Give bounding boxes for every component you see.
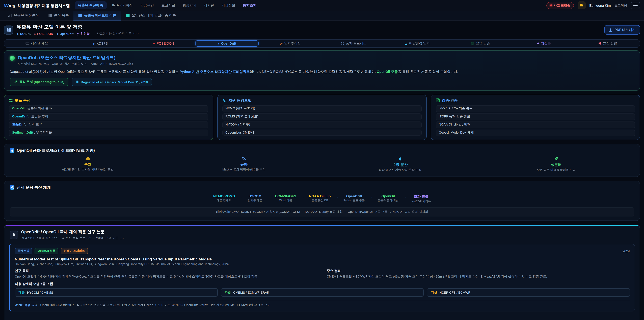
topbar-right: 사고 진행중 Eunjeong Kim 로그아웃 — [546, 1, 640, 10]
opendrift-title: OpenDrift (오픈소스 라그랑지안 확산 프레임워크) — [18, 55, 133, 61]
pipeline-node: NEMO/ROMS해류 강제력 — [213, 194, 235, 202]
topbar: W ing 해양환경 위기대응 통합시스템 유출유 확산예측 HNS·대기확산 … — [0, 0, 644, 11]
pipeline-flow: NEMO/ROMS해류 강제력 → HYCOM전지구 해류 → ECMWF/GF… — [10, 194, 634, 203]
card-title: 모듈 구성 — [15, 98, 30, 103]
document-icon — [76, 80, 79, 84]
opendrift-overview-card: OpenDrift (오픈소스 라그랑지안 확산 프레임워크) 노르웨이 MET… — [4, 50, 640, 91]
paper-title: Numerical Model Test of Spilled Oil Tran… — [15, 257, 630, 261]
opendrift-status-dot-icon — [10, 56, 15, 61]
hamburger-menu-button[interactable] — [631, 2, 640, 9]
page-subtitle: 라그랑지안 입자추적 이론 기반 — [97, 32, 138, 36]
ocean-model-item: ROMS (지역 고해상도) — [222, 113, 422, 120]
section-tab-kosps[interactable]: ◆ KOSPS — [68, 40, 132, 47]
module-item: OpenOil : 유출유 확산·풍화 — [9, 105, 208, 112]
logo-w-icon: W — [4, 2, 9, 8]
subtab-analysis-list[interactable]: 분석 목록 — [44, 11, 74, 21]
page-header-text: 유출유 확산 모델 이론 및 검증 ◆ KOSPS ● POSEIDON ● O… — [16, 24, 138, 36]
page-header: 유출유 확산 모델 이론 및 검증 ◆ KOSPS ● POSEIDON ● O… — [0, 21, 644, 39]
flow-arrow-icon: → — [301, 195, 304, 198]
flow-arrow-icon: → — [240, 195, 243, 198]
research-papers-section: OpenDrift / OpenOil 국내 해역 적용 연구 논문 한국 연안… — [4, 225, 640, 320]
check-square-icon — [471, 42, 474, 45]
nav-item-board[interactable]: 게시판 — [200, 1, 218, 10]
kosps-diamond-icon: ◆ — [16, 32, 19, 36]
pipeline-node: NOAA Oil Lib유종 물성 DB — [309, 194, 331, 202]
citation-link[interactable]: Dagestad et al., Geosci. Model Dev. 11, … — [72, 78, 152, 86]
grid-icon — [341, 42, 344, 45]
forcing-wave: 파랑CMEMS / ECMWF-ERA5 — [221, 288, 424, 297]
section-tab-future-direction[interactable]: 발전 방향 — [576, 40, 639, 47]
nav-item-aerial-search[interactable]: 항공탐색 — [179, 1, 200, 10]
nav-item-reports[interactable]: 보고자료 — [158, 1, 178, 10]
badge-kosps: ◆ KOSPS — [16, 32, 31, 36]
ocean-model-item: HYCOM (전지구) — [222, 122, 422, 128]
page-title: 유출유 확산 모델 이론 및 검증 — [16, 24, 138, 30]
section-tab-ensemble[interactable]: 앙상블 — [512, 40, 576, 47]
opendrift-dot-icon: ● — [218, 42, 219, 45]
subtab-oil-fence-algorithm-theory[interactable]: 오일펜스 배치 알고리즘 이론 — [121, 11, 180, 21]
nav-item-weather-info[interactable]: 기상정보 — [218, 1, 239, 10]
pipeline-node: 결과 표출NetCDF·시각화 — [412, 194, 431, 203]
flow-arrow-icon: → — [336, 195, 339, 198]
divider — [93, 32, 94, 36]
incident-status-badge[interactable]: 사고 진행중 — [546, 2, 574, 9]
supported-ocean-models-card: 지원 해양모델 NEMO (전지구/지역) ROMS (지역 고해상도) HYC… — [217, 95, 427, 140]
opendrift-subtitle: 노르웨이 MET Norway · OpenOil 공개 프레임워크 · Pyt… — [18, 62, 133, 66]
module-item: OceanDrift : 표류물 추적 — [9, 113, 208, 120]
paper-year: 2024 — [622, 249, 630, 253]
pipeline-node: ECMWF/GFSWind·파랑 — [275, 194, 296, 202]
official-docs-link[interactable]: 공식 문서 (opendrift.github.io) — [10, 78, 68, 86]
user-name[interactable]: Eunjeong Kim — [589, 4, 611, 7]
page-book-icon — [4, 25, 13, 34]
opendrift-links: 공식 문서 (opendrift.github.io) Dagestad et … — [10, 78, 634, 86]
nav-item-oil-spill-prediction[interactable]: 유출유 확산예측 — [75, 1, 106, 10]
badge-opendrift: ● OpenDrift — [56, 32, 74, 36]
section-tab-particle-tracking[interactable]: ◎ 입자추적법 — [258, 40, 322, 47]
ocean-model-item: NEMO (전지구/지역) — [222, 105, 422, 112]
leaf-icon — [554, 157, 558, 161]
opendrift-description: Dagestad et al.(2018)이 개발한 OpenDrift는 유출… — [10, 69, 634, 75]
app-logo[interactable]: W ing 해양환경 위기대응 통합시스템 — [4, 2, 70, 9]
subtab-oil-spill-analysis[interactable]: 유출유 확산분석 — [3, 11, 44, 21]
main-nav: 유출유 확산예측 HNS·대기확산 긴급구난 보고자료 항공탐색 게시판 기상정… — [75, 1, 260, 10]
logout-button[interactable]: 로그아웃 — [614, 3, 627, 8]
book-icon — [126, 14, 130, 17]
chart-icon — [8, 14, 12, 17]
process-emulsification: 유화 Mackay 유화 방정식·함수율 추적 — [166, 157, 322, 172]
nav-item-integrated-search[interactable]: 통합조회 — [239, 1, 260, 10]
flow-arrow-icon: → — [267, 195, 270, 198]
section-tab-weathering-process[interactable]: 풍화 프로세스 — [322, 40, 386, 47]
section-tab-model-validation[interactable]: 모델 검증 — [449, 40, 512, 47]
notifications-button[interactable] — [578, 1, 586, 10]
info-cards-row: 모듈 구성 OpenOil : 유출유 확산·풍화 OceanDrift : 표… — [4, 95, 640, 140]
evaporation-cloud-icon — [85, 157, 90, 160]
forcing-current: 해류HYCOM / CMEMS — [15, 288, 218, 297]
rocket-icon — [598, 42, 601, 45]
modules-grid-icon — [9, 99, 13, 102]
card-title: 검증·인증 — [442, 98, 458, 103]
pipeline-node: OpenDriftPython 모듈 구동 — [344, 194, 365, 202]
purpose-text: OpenOil 모델에 다양한 해양-기상 강제력(Met-Ocean) 조합을… — [15, 274, 318, 279]
section-tab-poseidon[interactable]: ● POSEIDON — [132, 40, 195, 47]
incident-dot-icon — [550, 4, 552, 6]
section-tab-opendrift[interactable]: ● OpenDrift — [195, 40, 258, 47]
flow-arrow-icon: → — [403, 195, 407, 198]
section-tab-ocean-env-input[interactable]: ☁ 해양환경 입력 — [386, 40, 449, 47]
list-icon — [48, 14, 52, 17]
nav-item-hns-air-diffusion[interactable]: HNS·대기확산 — [107, 1, 136, 10]
validation-item: IMO / IPIECA 기준 충족 — [436, 105, 635, 112]
pipeline-title: 상시 운용 통신 체계 — [17, 185, 51, 190]
card-title: 지원 해양모델 — [228, 98, 252, 103]
forcing-weather: 기상NCEP-GFS / ECMWF — [427, 288, 630, 297]
forcing-row: 해류HYCOM / CMEMS 파랑CMEMS / ECMWF-ERA5 기상N… — [15, 288, 630, 297]
cloud-icon: ☁ — [404, 42, 407, 45]
section-tab-system-overview[interactable]: 시스템 개요 — [5, 40, 68, 47]
pdf-export-button[interactable]: PDF 내보내기 — [604, 25, 640, 35]
results-label: 주요 결과 — [327, 269, 630, 273]
lightning-icon — [537, 42, 539, 45]
module-composition-card: 모듈 구성 OpenOil : 유출유 확산·풍화 OceanDrift : 표… — [4, 95, 213, 140]
wave-icon — [222, 99, 226, 102]
nav-item-emergency-rescue[interactable]: 긴급구난 — [137, 1, 157, 10]
validation-item: NOAA Oil Library 탑재 — [436, 122, 635, 128]
subtab-diffusion-model-theory[interactable]: 유출유확산모델 이론 — [74, 11, 121, 21]
